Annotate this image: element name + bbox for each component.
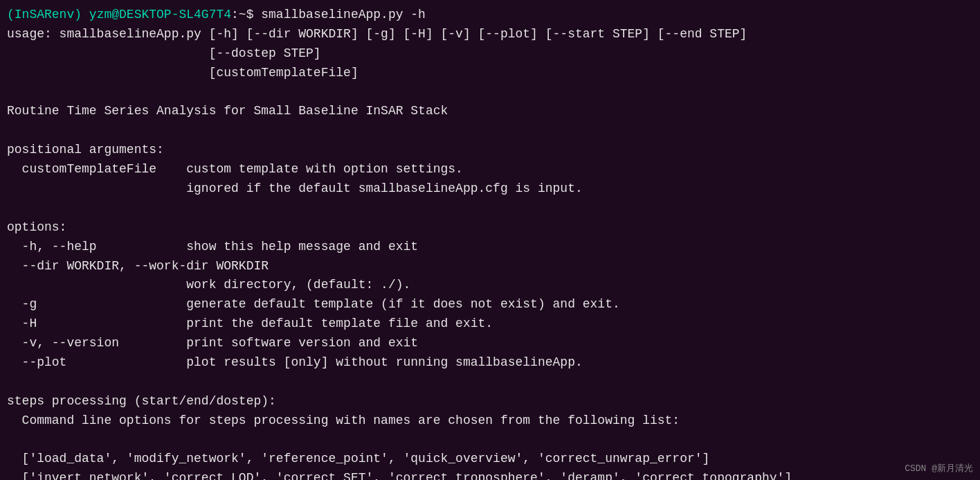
options-header: options: <box>7 218 973 238</box>
positional-arg1: customTemplateFile custom template with … <box>7 160 973 179</box>
positional-header: positional arguments: <box>7 141 973 160</box>
usage-line-2: [--dostep STEP] <box>7 44 973 64</box>
steps-desc: Command line options for steps processin… <box>7 411 973 431</box>
empty-line-2 <box>7 121 973 141</box>
empty-line-3 <box>7 199 973 218</box>
steps-header: steps processing (start/end/dostep): <box>7 392 973 411</box>
option-dir-desc: work directory, (default: ./). <box>7 276 973 295</box>
steps-list-1: ['load_data', 'modify_network', 'referen… <box>7 450 973 469</box>
steps-list-2: ['invert_network', 'correct_LOD', 'corre… <box>7 469 973 480</box>
prompt-line: (InSARenv) yzm@DESKTOP-SL4G7T4:~$ smallb… <box>7 6 973 25</box>
empty-line-1 <box>7 83 973 103</box>
option-dir: --dir WORKDIR, --work-dir WORKDIR <box>7 257 973 276</box>
prompt-user-host: yzm@DESKTOP-SL4G7T4 <box>89 8 231 21</box>
empty-line-5 <box>7 431 973 450</box>
option-g: -g generate default template (if it does… <box>7 295 973 314</box>
option-H: -H print the default template file and e… <box>7 314 973 334</box>
usage-line-1: usage: smallbaselineApp.py [-h] [--dir W… <box>7 25 973 44</box>
terminal-window: (InSARenv) yzm@DESKTOP-SL4G7T4:~$ smallb… <box>0 0 980 480</box>
empty-line-4 <box>7 373 973 392</box>
watermark: CSDN @新月清光 <box>905 462 973 474</box>
prompt-command: smallbaselineApp.py -h <box>253 8 425 21</box>
prompt-env: (InSARenv) <box>7 8 89 21</box>
description-line: Routine Time Series Analysis for Small B… <box>7 102 973 121</box>
prompt-path: :~$ <box>231 8 253 21</box>
usage-line-3: [customTemplateFile] <box>7 64 973 83</box>
option-v: -v, --version print software version and… <box>7 334 973 353</box>
option-help: -h, --help show this help message and ex… <box>7 238 973 257</box>
option-plot: --plot plot results [only] without runni… <box>7 353 973 373</box>
positional-arg2: ignored if the default smallbaselineApp.… <box>7 179 973 199</box>
